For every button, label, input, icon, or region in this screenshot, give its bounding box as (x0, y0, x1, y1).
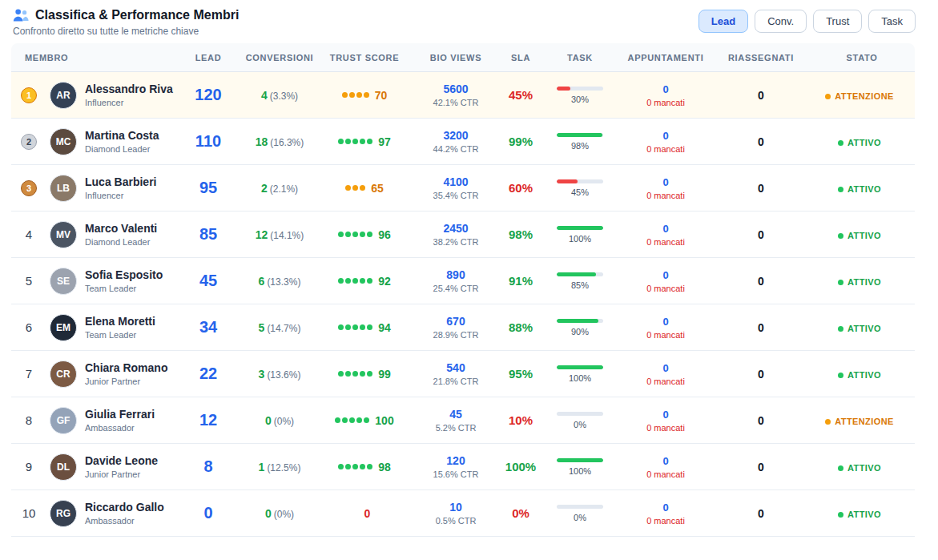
status-cell: ATTIVO (809, 506, 915, 521)
column-header-sla: SLA (500, 53, 541, 62)
sla-cell: 91% (500, 274, 541, 288)
task-progress-fill (557, 365, 603, 369)
member-name: Davide Leone (85, 454, 158, 467)
member-role: Ambassador (85, 516, 164, 526)
status-label: ATTENZIONE (835, 417, 893, 426)
ctr-value: 0.5% CTR (412, 516, 500, 526)
task-percent-label: 98% (571, 141, 589, 151)
bio-views-cell: 2450 38.2% CTR (412, 222, 500, 247)
conversions-percent: (2.1%) (270, 183, 298, 195)
trust-score-value: 0 (364, 507, 371, 520)
rank-badge: 8 (26, 413, 32, 427)
lead-cell: 12 (175, 411, 242, 429)
sla-value: 100% (505, 460, 536, 473)
trust-score-cell: 97 (317, 135, 412, 148)
trust-score-cell: 99 (317, 368, 412, 381)
trust-score-value: 100 (375, 414, 393, 427)
column-header-bio-views: BIO VIEWS (412, 53, 500, 62)
lead-cell: 8 (175, 457, 242, 476)
appointments-cell: 0 0 mancati (618, 130, 713, 154)
trust-score-cell: 0 (317, 507, 412, 520)
table-row[interactable]: 2 MC Martina Costa Diamond Leader 110 18… (11, 119, 915, 165)
task-progress-bar (557, 133, 603, 137)
ctr-value: 25.4% CTR (412, 284, 500, 293)
bio-views-value: 3200 (412, 129, 500, 142)
status-dot-icon (838, 465, 843, 471)
trust-score-cell: 92 (317, 275, 412, 288)
bio-views-cell: 540 21.8% CTR (412, 361, 500, 386)
missed-appointments: 0 mancati (618, 144, 713, 154)
table-row[interactable]: 5 SE Sofia Esposito Team Leader 45 6(13.… (11, 258, 915, 304)
lead-value: 22 (199, 365, 217, 382)
missed-appointments: 0 mancati (618, 237, 713, 247)
table-row[interactable]: 1 AR Alessandro Riva Influencer 120 4(3.… (11, 72, 915, 119)
bio-views-value: 4100 (412, 175, 500, 188)
status-dot-icon (825, 419, 831, 425)
reassigned-value: 0 (758, 507, 764, 520)
status-dot-icon (838, 280, 843, 285)
table-row[interactable]: 10 RG Riccardo Gallo Ambassador 0 0(0%) … (11, 490, 915, 537)
column-header-task: TASK (541, 53, 618, 62)
member-role: Ambassador (85, 423, 155, 433)
reassigned-cell: 0 (713, 228, 809, 242)
avatar: GF (50, 407, 77, 434)
conversions-value: 0 (265, 414, 272, 427)
table-row[interactable]: 6 EM Elena Moretti Team Leader 34 5(14.7… (11, 304, 915, 351)
status-dot-icon (838, 233, 843, 239)
task-progress-bar (557, 365, 603, 369)
rank-badge: 3 (21, 180, 37, 196)
table-row[interactable]: 7 CR Chiara Romano Junior Partner 22 3(1… (11, 351, 915, 397)
trust-score-value: 97 (378, 135, 391, 148)
member-cell: LB Luca Barbieri Influencer (46, 175, 175, 202)
bio-views-value: 120 (412, 454, 500, 467)
task-progress-fill (557, 458, 603, 462)
column-header-trust-score: TRUST SCORE (317, 53, 412, 62)
lead-value: 85 (199, 225, 217, 243)
filter-tab-trust[interactable]: Trust (813, 10, 862, 33)
appointments-cell: 0 0 mancati (618, 223, 713, 247)
rank-cell: 2 (11, 134, 46, 150)
conversions-percent: (12.5%) (267, 462, 300, 473)
conversions-percent: (14.7%) (267, 323, 300, 334)
status-cell: ATTIVO (809, 228, 915, 242)
table-row[interactable]: 9 DL Davide Leone Junior Partner 8 1(12.… (11, 444, 915, 490)
bio-views-value: 2450 (412, 222, 500, 235)
sla-cell: 45% (500, 88, 541, 103)
table-row[interactable]: 4 MV Marco Valenti Diamond Leader 85 12(… (11, 212, 915, 258)
member-cell: MV Marco Valenti Diamond Leader (46, 221, 175, 248)
missed-appointments: 0 mancati (618, 284, 713, 293)
table-row[interactable]: 3 LB Luca Barbieri Influencer 95 2(2.1%)… (11, 165, 915, 212)
missed-appointments: 0 mancati (618, 423, 713, 433)
conversions-cell: 4(3.3%) (242, 88, 317, 103)
avatar: MC (50, 128, 77, 155)
bio-views-cell: 5600 42.1% CTR (412, 83, 500, 107)
sla-value: 91% (509, 274, 533, 288)
filter-tab-lead[interactable]: Lead (698, 10, 748, 33)
trust-dots (342, 92, 369, 98)
appointments-value: 0 (618, 176, 713, 188)
table-row[interactable]: 8 GF Giulia Ferrari Ambassador 12 0(0%) … (11, 397, 915, 444)
member-role: Junior Partner (85, 377, 167, 386)
lead-cell: 0 (175, 504, 242, 522)
rank-badge: 10 (22, 506, 36, 520)
trust-score-cell: 70 (317, 89, 412, 102)
status-cell: ATTIVO (809, 460, 915, 474)
status-badge: ATTIVO (838, 324, 881, 333)
ctr-value: 42.1% CTR (412, 98, 500, 107)
member-cell: CR Chiara Romano Junior Partner (46, 361, 175, 388)
sla-value: 88% (509, 320, 533, 334)
status-dot-icon (838, 140, 843, 146)
member-name: Marco Valenti (85, 222, 157, 235)
task-percent-label: 100% (569, 373, 591, 383)
rank-cell: 1 (11, 87, 46, 103)
rank-cell: 3 (11, 180, 46, 196)
task-progress-bar (557, 319, 603, 323)
task-progress-fill (557, 319, 598, 323)
filter-tab-conv[interactable]: Conv. (755, 10, 807, 33)
filter-tab-task[interactable]: Task (868, 10, 916, 33)
member-name: Alessandro Riva (85, 83, 173, 95)
reassigned-value: 0 (758, 368, 764, 381)
bio-views-value: 890 (412, 268, 500, 281)
sla-cell: 98% (500, 228, 541, 242)
reassigned-value: 0 (758, 182, 764, 195)
